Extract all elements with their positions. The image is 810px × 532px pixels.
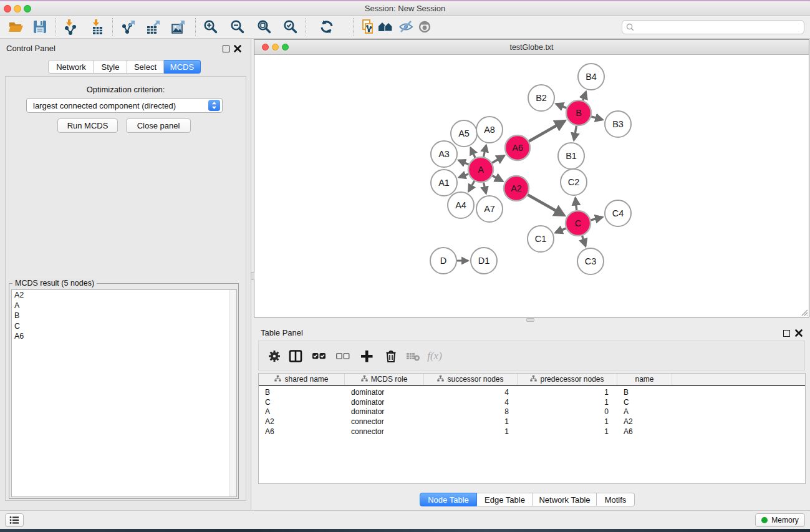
table-float-panel-icon[interactable]	[783, 330, 790, 337]
graph-node-B[interactable]: B	[566, 100, 591, 125]
network-graph-canvas[interactable]: B4B2BB3A5A8A6A3B1AA1C2A2A4A7C4CC1C3DD1	[254, 55, 809, 317]
refresh-icon[interactable]	[318, 18, 335, 36]
graph-node-A8[interactable]: A8	[476, 117, 503, 143]
graph-node-A[interactable]: A	[468, 157, 493, 182]
column-header-predecessor-nodes[interactable]: predecessor nodes	[518, 374, 617, 385]
search-input[interactable]	[634, 23, 790, 32]
graph-node-C3[interactable]: C3	[577, 248, 604, 274]
edge-A-A6[interactable]	[492, 156, 504, 163]
tab-node-table[interactable]: Node Table	[420, 493, 477, 506]
column-header-successor-nodes[interactable]: successor nodes	[424, 374, 518, 385]
export-network-icon[interactable]	[120, 18, 137, 36]
save-icon[interactable]	[31, 18, 49, 36]
zoom-window-button[interactable]	[24, 5, 31, 12]
graph-node-A3[interactable]: A3	[431, 141, 457, 167]
close-panel-icon[interactable]	[233, 44, 242, 53]
export-image-icon[interactable]	[170, 18, 187, 36]
zoom-out-icon[interactable]	[229, 18, 246, 36]
table-close-panel-icon[interactable]	[794, 329, 803, 337]
mcds-result-item[interactable]: A2	[12, 290, 236, 301]
edge-B-B1[interactable]	[574, 126, 576, 140]
import-table-icon[interactable]	[89, 18, 106, 36]
open-folder-icon[interactable]	[7, 18, 25, 36]
graph-node-A5[interactable]: A5	[451, 120, 477, 147]
graph-node-A7[interactable]: A7	[476, 196, 503, 222]
edge-C-C3[interactable]	[582, 236, 586, 246]
edge-C-C4[interactable]	[591, 217, 602, 220]
tab-edge-table[interactable]: Edge Table	[477, 493, 533, 506]
column-header-shared-name[interactable]: shared name	[259, 374, 345, 385]
mcds-list-scrollbar[interactable]	[229, 290, 236, 496]
zoom-in-icon[interactable]	[202, 18, 219, 36]
memory-button[interactable]: Memory	[755, 513, 805, 527]
graph-node-B4[interactable]: B4	[578, 64, 604, 90]
graph-node-B2[interactable]: B2	[528, 85, 554, 111]
table-row[interactable]: Cdominator41C	[259, 397, 805, 407]
table-row[interactable]: Adominator80A	[259, 407, 805, 417]
table-row[interactable]: A2connector11A2	[259, 417, 805, 427]
delete-column-icon[interactable]	[383, 348, 399, 364]
edge-A-A1[interactable]	[459, 174, 468, 177]
edge-C-C2[interactable]	[576, 198, 577, 211]
export-table-icon[interactable]	[145, 18, 162, 36]
clone-network-icon[interactable]	[359, 18, 377, 36]
close-window-button[interactable]	[4, 5, 11, 12]
graph-node-A4[interactable]: A4	[448, 192, 474, 218]
minimize-window-button[interactable]	[14, 5, 21, 12]
network-zoom-button[interactable]	[282, 44, 289, 51]
mcds-result-list[interactable]: A2ABCA6	[11, 289, 237, 497]
graph-node-C1[interactable]: C1	[528, 226, 554, 252]
graph-node-C[interactable]: C	[566, 211, 591, 236]
hide-eye-icon[interactable]	[397, 18, 415, 36]
float-panel-icon[interactable]	[223, 46, 229, 52]
edge-A-A7[interactable]	[484, 182, 486, 193]
show-eye-icon[interactable]	[416, 18, 433, 36]
select-all-columns-icon[interactable]	[311, 348, 327, 364]
graph-node-C2[interactable]: C2	[561, 169, 587, 195]
criterion-dropdown[interactable]: largest connected component (directed)	[26, 98, 223, 113]
edge-B-B2[interactable]	[556, 104, 567, 109]
graph-node-A1[interactable]: A1	[431, 170, 457, 196]
edge-A-A8[interactable]	[483, 145, 486, 157]
add-column-icon[interactable]	[359, 348, 375, 364]
column-header-MCDS-role[interactable]: MCDS role	[345, 374, 424, 385]
zoom-fit-icon[interactable]	[256, 18, 273, 36]
edge-A6-B[interactable]	[529, 121, 564, 142]
edge-B-B3[interactable]	[591, 117, 602, 120]
edge-A2-C[interactable]	[528, 195, 564, 215]
graph-node-C4[interactable]: C4	[605, 200, 631, 226]
deselect-all-columns-icon[interactable]	[334, 348, 350, 364]
edge-C-C1[interactable]	[556, 228, 566, 233]
tab-select[interactable]: Select	[127, 60, 164, 74]
column-header-name[interactable]: name	[617, 374, 672, 385]
tab-mcds[interactable]: MCDS	[164, 60, 201, 74]
edge-A-A5[interactable]	[471, 148, 475, 158]
run-mcds-button[interactable]: Run MCDS	[57, 118, 118, 133]
edge-B-B4[interactable]	[583, 92, 586, 100]
graph-node-D1[interactable]: D1	[471, 248, 497, 274]
tab-network-table[interactable]: Network Table	[533, 493, 597, 506]
search-field[interactable]	[622, 20, 804, 34]
mcds-result-item[interactable]: A6	[12, 331, 236, 342]
vertical-splitter-handle[interactable]	[251, 272, 254, 280]
gear-icon[interactable]	[266, 348, 282, 364]
tab-style[interactable]: Style	[94, 60, 127, 74]
graph-node-A6[interactable]: A6	[505, 135, 530, 160]
mcds-result-item[interactable]: C	[12, 321, 236, 332]
edge-A-A4[interactable]	[469, 181, 475, 191]
mcds-result-item[interactable]: B	[12, 311, 236, 321]
zoom-selected-icon[interactable]	[282, 18, 299, 36]
horizontal-splitter-handle[interactable]	[526, 318, 534, 322]
tab-motifs[interactable]: Motifs	[597, 493, 635, 506]
task-history-button[interactable]	[5, 513, 24, 527]
edge-A-A2[interactable]	[493, 176, 503, 181]
mcds-result-item[interactable]: A	[12, 301, 236, 311]
tab-network[interactable]: Network	[48, 60, 94, 74]
table-row[interactable]: A6connector11A6	[259, 427, 805, 437]
close-panel-button[interactable]: Close panel	[126, 118, 191, 133]
table-row[interactable]: Bdominator41B	[259, 387, 805, 397]
resize-grip-icon[interactable]	[799, 307, 808, 316]
network-minimize-button[interactable]	[272, 44, 279, 51]
home-icon[interactable]	[377, 18, 395, 36]
network-close-button[interactable]	[262, 44, 269, 51]
